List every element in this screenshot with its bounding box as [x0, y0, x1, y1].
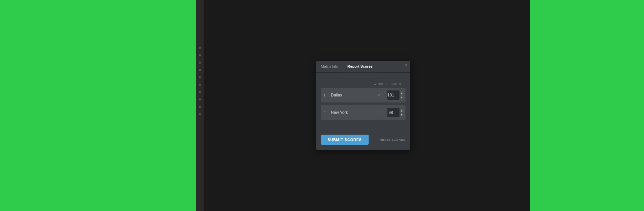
center-panel: Match Info Report Scores × WINNER SCORE … [196, 0, 530, 211]
close-button[interactable]: × [405, 63, 407, 67]
sidebar-dots [196, 0, 204, 211]
modal-footer: SUBMIT SCORES RESET SCORES [316, 129, 410, 150]
modal-body: WINNER SCORE 1 Dallas ✓ ▲ ▼ [316, 73, 410, 127]
score-up-dallas[interactable]: ▲ [400, 91, 404, 95]
team-seed-newyork: 4 [324, 111, 328, 115]
score-spinners-newyork: ▲ ▼ [400, 109, 404, 116]
sidebar-dot [199, 76, 201, 78]
score-wrapper-dallas: ▲ ▼ [387, 90, 403, 100]
sidebar-dot [199, 106, 201, 108]
sidebar-dot [199, 69, 201, 71]
left-green-panel [0, 0, 196, 211]
sidebar-dot [199, 62, 201, 64]
winner-check-newyork[interactable]: ✓ [371, 110, 387, 115]
winner-check-dallas[interactable]: ✓ [371, 92, 387, 98]
sidebar-dot [199, 98, 201, 100]
score-wrapper-newyork: ▲ ▼ [387, 108, 403, 117]
score-spinners-dallas: ▲ ▼ [400, 91, 404, 99]
tab-match-info[interactable]: Match Info [316, 61, 343, 72]
check-icon-dallas: ✓ [377, 92, 381, 98]
modal-header: Match Info Report Scores × [316, 61, 410, 73]
team-name-dallas: Dallas [331, 93, 371, 97]
table-header: WINNER SCORE [321, 82, 406, 88]
team-seed-dallas: 1 [324, 93, 328, 97]
team-row-newyork: 4 New York ✓ ▲ ▼ [321, 105, 406, 120]
team-name-newyork: New York [331, 110, 371, 115]
sidebar-dot [199, 47, 201, 49]
col-score-label: SCORE [389, 82, 404, 86]
col-winner-label: WINNER [372, 82, 389, 86]
team-row-dallas: 1 Dallas ✓ ▲ ▼ [321, 88, 406, 102]
score-down-newyork[interactable]: ▼ [400, 113, 404, 116]
score-input-newyork[interactable] [387, 108, 399, 117]
modal: Match Info Report Scores × WINNER SCORE … [316, 61, 410, 150]
score-down-dallas[interactable]: ▼ [400, 95, 404, 99]
submit-scores-button[interactable]: SUBMIT SCORES [321, 135, 369, 145]
score-input-dallas[interactable] [387, 90, 399, 100]
sidebar-dot [199, 113, 201, 115]
sidebar-dot [199, 91, 201, 93]
check-icon-newyork: ✓ [377, 110, 381, 115]
score-up-newyork[interactable]: ▲ [400, 109, 404, 112]
right-green-panel [530, 0, 644, 211]
sidebar-dot [199, 54, 201, 56]
divider [321, 78, 406, 78]
reset-scores-link[interactable]: RESET SCORES [380, 138, 405, 141]
sidebar-dot [199, 84, 201, 86]
tab-report-scores[interactable]: Report Scores [343, 61, 377, 72]
